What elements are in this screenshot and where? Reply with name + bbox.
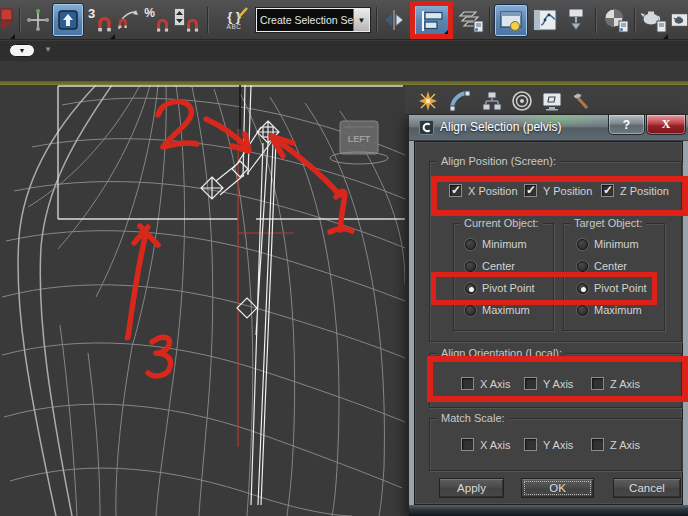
ribbon-options-caret[interactable]: ▼ [44, 45, 52, 54]
selection-set-value: Create Selection Se [257, 9, 353, 31]
ribbon-minimize-button[interactable]: ▼ [9, 44, 35, 57]
radio-circle [577, 261, 588, 272]
selection-set-combo[interactable]: Create Selection Se ▼ [256, 8, 370, 32]
tab-modify[interactable] [447, 88, 473, 113]
rendered-frame-window-button[interactable] [671, 0, 688, 40]
checkbox-box [524, 377, 537, 390]
combo-dropdown-button[interactable]: ▼ [353, 9, 369, 31]
dialog-bottom-frame [409, 505, 688, 516]
checkbox-label: X Axis [480, 439, 511, 451]
ok-button[interactable]: OK [521, 478, 594, 498]
checkbox-box [601, 184, 614, 197]
edit-named-selection-sets-button[interactable]: { } ABC [214, 0, 254, 40]
spinner-icon [174, 8, 185, 26]
orientation-z-axis-checkbox[interactable]: Z Axis [591, 377, 640, 390]
select-and-manipulate-button[interactable] [24, 0, 51, 40]
checkbox-y-position[interactable]: Y Position [524, 184, 592, 197]
percent-snap-button[interactable]: % [142, 0, 172, 40]
close-icon: X [662, 117, 671, 132]
radio-label: Minimum [482, 238, 527, 250]
magnet-icon [96, 16, 113, 33]
checkbox-label: Z Axis [610, 378, 640, 390]
main-toolbar: 3 % { } ABC [0, 0, 688, 40]
hierarchy-icon [481, 90, 503, 112]
tab-create[interactable] [415, 88, 441, 113]
viewport-scene: LEFT [0, 85, 405, 516]
manipulate-icon [26, 8, 50, 32]
material-editor-button[interactable] [600, 0, 632, 40]
graphite-ribbon-toggle-button[interactable] [494, 4, 528, 37]
cancel-button[interactable]: Cancel [613, 478, 681, 498]
active-viewport-border [0, 81, 688, 85]
curve-editor-button[interactable] [530, 0, 560, 40]
align-orientation-label: Align Orientation (Local): [437, 347, 566, 359]
pivot-center-icon[interactable] [0, 0, 16, 40]
toolbar-separator [634, 7, 636, 33]
align-selection-dialog: Align Selection (pelvis) ? X Align Posit… [409, 115, 688, 516]
target-minimum-radio[interactable]: Minimum [577, 238, 639, 250]
snap-toggle-3d-button[interactable]: 3 [86, 0, 116, 40]
close-button[interactable]: X [646, 115, 686, 135]
scale-x-axis-checkbox[interactable]: X Axis [461, 438, 511, 451]
current-maximum-radio[interactable]: Maximum [465, 304, 530, 316]
render-setup-button[interactable] [639, 0, 669, 40]
chevron-down-icon: ▼ [44, 45, 52, 54]
mirror-button[interactable] [381, 0, 407, 40]
create-icon [417, 90, 439, 112]
current-pivot-point-radio[interactable]: Pivot Point [465, 282, 535, 294]
apply-button[interactable]: Apply [439, 478, 504, 498]
spinner-snap-button[interactable] [172, 0, 202, 40]
layer-manager-button[interactable] [455, 0, 487, 40]
target-object-label: Target Object: [570, 217, 646, 229]
tab-display[interactable] [539, 88, 565, 113]
scale-y-axis-checkbox[interactable]: Y Axis [524, 438, 573, 451]
radio-circle [465, 239, 476, 250]
tab-motion[interactable] [509, 88, 535, 113]
orientation-y-axis-checkbox[interactable]: Y Axis [524, 377, 573, 390]
current-minimum-radio[interactable]: Minimum [465, 238, 527, 250]
current-center-radio[interactable]: Center [465, 260, 515, 272]
target-center-radio[interactable]: Center [577, 260, 627, 272]
viewport-left[interactable]: LEFT [0, 85, 405, 516]
checkbox-label: X Axis [480, 378, 511, 390]
flyout-corner [10, 34, 15, 39]
checkbox-box [591, 438, 604, 451]
schematic-view-button[interactable] [560, 0, 592, 40]
tab-hierarchy[interactable] [479, 88, 505, 113]
utilities-icon [569, 90, 591, 112]
target-maximum-radio[interactable]: Maximum [577, 304, 642, 316]
ribbon-empty-strip [0, 61, 688, 81]
align-icon [419, 9, 445, 33]
digit-3 [148, 337, 171, 376]
left-label: LEFT [348, 134, 371, 144]
checkbox-box [461, 377, 474, 390]
flyout-corner [443, 30, 448, 35]
checkbox-x-position[interactable]: X Position [449, 184, 518, 197]
radio-label: Pivot Point [482, 282, 535, 294]
dialog-client-area: Align Position (Screen): X Position Y Po… [414, 141, 683, 505]
align-button[interactable] [414, 4, 450, 37]
match-scale-label: Match Scale: [437, 412, 509, 424]
percent-label: % [144, 6, 155, 20]
rendered-frame-icon [671, 7, 688, 33]
motion-icon [511, 90, 533, 112]
screenshot-root: { "toolbar": { "icons": ["pivot-center",… [0, 0, 688, 516]
orientation-x-axis-checkbox[interactable]: X Axis [461, 377, 511, 390]
chevron-down-icon: ▼ [358, 16, 366, 25]
keyboard-override-toggle-button[interactable] [52, 3, 84, 37]
mirror-icon [382, 8, 406, 32]
help-icon: ? [623, 118, 630, 132]
help-button[interactable]: ? [608, 115, 645, 135]
scale-z-axis-checkbox[interactable]: Z Axis [591, 438, 640, 451]
tab-utilities[interactable] [567, 88, 593, 113]
checkbox-z-position[interactable]: Z Position [601, 184, 669, 197]
radio-circle [465, 305, 476, 316]
checkbox-label: Y Position [543, 185, 592, 197]
target-pivot-point-radio[interactable]: Pivot Point [577, 282, 647, 294]
align-position-label: Align Position (Screen): [437, 155, 560, 167]
app-dialog-icon [419, 120, 434, 135]
left-orientation-sign: LEFT [330, 121, 388, 164]
dialog-titlebar[interactable]: Align Selection (pelvis) ? X [409, 115, 688, 141]
angle-snap-button[interactable] [114, 0, 142, 40]
current-object-label: Current Object: [460, 217, 543, 229]
